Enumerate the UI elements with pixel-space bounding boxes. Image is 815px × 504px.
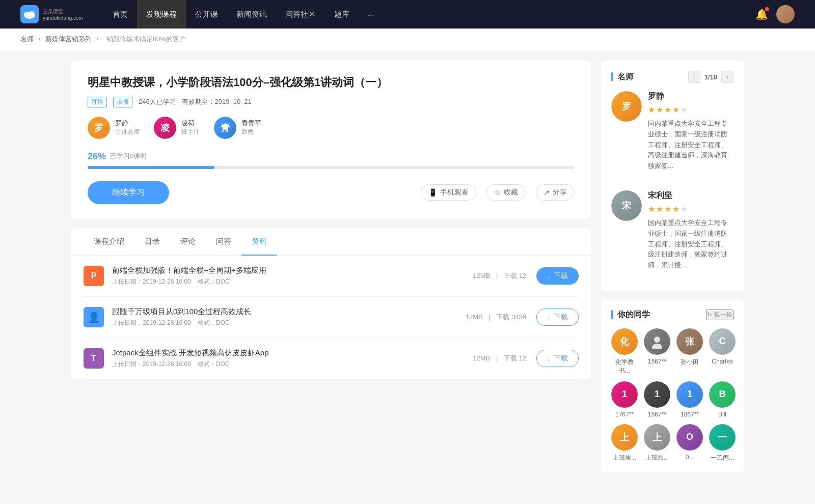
tab-intro[interactable]: 课程介绍 [84, 229, 134, 256]
teacher-2-name: 凌荷 [181, 119, 200, 128]
file-list: P 前端全栈加强版！前端全栈+全周期+多端应用 上传日期：2019-12-28 … [71, 256, 591, 379]
teacher-3: 青 青青平 助教 [214, 117, 261, 139]
nav-more[interactable]: ··· [359, 0, 384, 29]
download-icon-2: ↓ [547, 313, 551, 321]
classmate-10[interactable]: 上 上班旅... [644, 424, 670, 462]
nav-menu: 首页 发现课程 公开课 新闻资讯 问答社区 题库 ··· [103, 0, 755, 29]
tab-materials[interactable]: 资料 [241, 229, 277, 256]
nav-news[interactable]: 新闻资讯 [227, 0, 276, 29]
course-card: 明星中教授课，小学阶段语法100分–强化级第1讲动词（一） 直播 录播 246人… [71, 61, 591, 218]
teacher-3-role: 助教 [241, 128, 261, 136]
classmate-2[interactable]: 1567** [644, 328, 670, 375]
nav-public[interactable]: 公开课 [186, 0, 227, 29]
classmate-2-name: 1567** [648, 358, 666, 365]
nav-home[interactable]: 首页 [103, 0, 137, 29]
course-actions: 继续学习 📱 手机观看 ☆ 收藏 ↗ 分享 [88, 181, 575, 204]
download-button-1[interactable]: ↓ 下载 [536, 267, 579, 285]
classmate-8[interactable]: B Bill [709, 381, 736, 418]
download-button-3[interactable]: ↓ 下载 [536, 350, 579, 367]
classmate-1[interactable]: 化 化学教书... [611, 328, 638, 375]
file-1-format: 格式：DOC [198, 278, 230, 285]
teacher-prev-button[interactable]: ‹ [688, 71, 700, 83]
star2-3: ★ [664, 204, 671, 214]
file-1-size: 12MB [473, 272, 490, 279]
nav-qa[interactable]: 问答社区 [276, 0, 325, 29]
course-title: 明星中教授课，小学阶段语法100分–强化级第1讲动词（一） [88, 75, 575, 91]
classmate-1-avatar: 化 [611, 328, 638, 355]
file-2-date: 上传日期：2019-12-28 16:00 [112, 319, 191, 326]
file-icon-p: P [84, 266, 104, 286]
breadcrumb-series[interactable]: 新媒体营销系列 [45, 35, 92, 43]
course-meta-text: 246人已学习 · 有效期至：2019–10–21 [139, 97, 252, 106]
breadcrumb-current: 销冠修炼术搞定80%的客户 [106, 35, 186, 43]
teacher-3-avatar-img: 青 [214, 117, 236, 139]
classmate-9[interactable]: 上 上班旅... [611, 424, 638, 462]
teacher-divider [611, 182, 734, 182]
classmate-7[interactable]: 1 1867** [676, 381, 703, 418]
teachers-list: 罗 罗静 主讲老师 凌 凌荷 班主任 [88, 117, 575, 139]
classmate-5-avatar: 1 [611, 381, 638, 408]
star-4: ★ [672, 105, 680, 115]
svg-point-4 [652, 344, 662, 349]
tabs-section: 课程介绍 目录 评论 问答 资料 P 前端全栈加强版！前端全栈+全周期+多端应用… [71, 229, 591, 379]
breadcrumb: 名师 / 新媒体营销系列 / 销冠修炼术搞定80%的客户 [0, 29, 815, 50]
progress-time: 已学习0课时 [110, 152, 147, 161]
teacher-1-avatar-img: 罗 [88, 117, 110, 139]
continue-study-button[interactable]: 继续学习 [88, 181, 169, 204]
mobile-label: 手机观看 [440, 188, 469, 197]
sidebar-teacher-1-avatar: 罗 [611, 91, 642, 122]
teachers-title-text: 名师 [617, 72, 634, 82]
download-button-2[interactable]: ↓ 下载 [536, 309, 579, 326]
classmate-8-name: Bill [718, 411, 726, 418]
collect-icon: ☆ [494, 188, 501, 197]
teachers-card-title: 名师 ‹ 1/10 › [611, 71, 734, 83]
classmate-10-avatar: 上 [644, 424, 670, 451]
classmates-card: 你的同学 ↻ 换一换 化 化学教书... [601, 299, 744, 472]
nav-question-bank[interactable]: 题库 [325, 0, 359, 29]
file-2-size: 12MB [466, 313, 483, 321]
collect-button[interactable]: ☆ 收藏 [486, 184, 526, 201]
notification-bell[interactable]: 🔔 [755, 8, 768, 20]
refresh-label: 换一换 [714, 311, 732, 319]
tab-qa[interactable]: 问答 [206, 229, 241, 256]
file-2-meta: 上传日期：2019-12-28 16:00 格式：DOC [112, 319, 455, 327]
classmate-5[interactable]: 1 1767** [611, 381, 638, 418]
classmate-12[interactable]: 一 一乙丙... [709, 424, 736, 462]
user-avatar[interactable] [776, 5, 795, 23]
sidebar-teacher-2-info: 宋利坚 ★ ★ ★ ★ ★ 国内某重点大学安全工程专业硕士，国家一级注册消防工程… [648, 190, 734, 271]
file-1-downloads: 下载 12 [504, 272, 526, 279]
sidebar-teacher-1-name: 罗静 [648, 91, 734, 102]
classmate-2-avatar [644, 328, 670, 355]
file-1-stats: 12MB | 下载 12 [471, 271, 528, 281]
teacher-pagination: ‹ 1/10 › [688, 71, 734, 83]
breadcrumb-home[interactable]: 名师 [20, 35, 34, 43]
main-content: 明星中教授课，小学阶段语法100分–强化级第1讲动词（一） 直播 录播 246人… [51, 50, 764, 491]
classmate-10-name: 上班旅... [645, 454, 669, 462]
nav-discover[interactable]: 发现课程 [137, 0, 186, 29]
refresh-classmates-button[interactable]: ↻ 换一换 [706, 310, 734, 320]
logo-text: 云朵课堂 yundoketang.com [43, 8, 83, 21]
classmate-4[interactable]: C Charles [709, 328, 736, 375]
file-3-name: Jetpack全组件实战 开发短视频高仿皮皮虾App [112, 348, 463, 358]
classmate-3[interactable]: 张 张小田 [676, 328, 703, 375]
teacher-2-avatar-img: 凌 [154, 117, 176, 139]
classmate-6[interactable]: 1 1567** [644, 381, 670, 418]
file-icon-t: T [84, 348, 104, 369]
classmates-refresh: ↻ 换一换 [706, 310, 734, 320]
teacher-next-button[interactable]: › [721, 71, 734, 83]
classmates-grid: 化 化学教书... 1567** 张 张小田 [611, 328, 734, 462]
progress-label: 26% 已学习0课时 [88, 151, 575, 162]
download-label-3: 下载 [554, 354, 568, 363]
file-stat-sep3: | [496, 354, 500, 362]
classmate-11[interactable]: O 0... [676, 424, 703, 462]
tab-catalog[interactable]: 目录 [134, 229, 170, 256]
sidebar-teacher-2-avatar: 宋 [611, 190, 642, 221]
classmate-6-avatar: 1 [644, 381, 670, 408]
share-button[interactable]: ↗ 分享 [536, 184, 575, 201]
tab-review[interactable]: 评论 [170, 229, 206, 256]
nav-logo[interactable]: 云朵课堂 yundoketang.com [20, 5, 83, 23]
file-stat-sep: | [496, 272, 500, 279]
tabs: 课程介绍 目录 评论 问答 资料 [71, 229, 591, 256]
mobile-watch-button[interactable]: 📱 手机观看 [421, 184, 476, 201]
file-2-format: 格式：DOC [198, 319, 230, 326]
